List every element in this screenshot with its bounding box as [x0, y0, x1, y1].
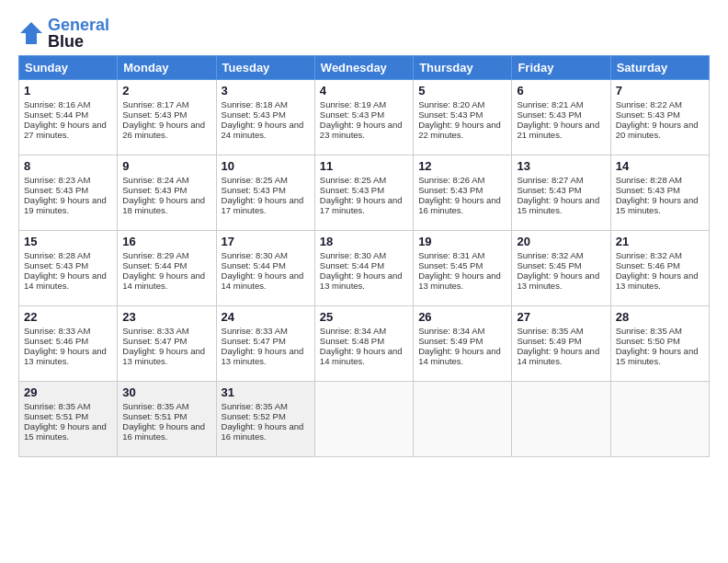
day-number: 19: [418, 235, 506, 248]
column-header-friday: Friday: [512, 56, 610, 80]
calendar-cell: 5Sunrise: 8:20 AMSunset: 5:43 PMDaylight…: [414, 80, 512, 155]
day-number: 12: [418, 159, 506, 173]
logo-icon: [18, 20, 44, 46]
calendar-cell: [512, 382, 610, 457]
day-number: 30: [122, 385, 210, 399]
day-number: 28: [616, 310, 704, 324]
page: GeneralBlue SundayMondayTuesdayWednesday…: [0, 0, 728, 466]
calendar-cell: 2Sunrise: 8:17 AMSunset: 5:43 PMDaylight…: [118, 80, 216, 155]
day-number: 21: [616, 235, 704, 248]
logo-text: GeneralBlue: [48, 17, 109, 50]
calendar-cell: 26Sunrise: 8:34 AMSunset: 5:49 PMDayligh…: [414, 306, 512, 382]
day-number: 9: [122, 159, 210, 173]
calendar-cell: 7Sunrise: 8:22 AMSunset: 5:43 PMDaylight…: [610, 80, 709, 155]
column-header-wednesday: Wednesday: [314, 56, 413, 80]
day-number: 3: [222, 84, 310, 98]
day-number: 2: [122, 84, 210, 98]
calendar-cell: 15Sunrise: 8:28 AMSunset: 5:43 PMDayligh…: [19, 231, 118, 306]
column-header-sunday: Sunday: [19, 56, 118, 80]
week-row-5: 29Sunrise: 8:35 AMSunset: 5:51 PMDayligh…: [19, 382, 710, 457]
day-number: 18: [320, 235, 408, 248]
day-number: 14: [616, 159, 704, 173]
calendar-cell: 10Sunrise: 8:25 AMSunset: 5:43 PMDayligh…: [216, 155, 314, 231]
day-number: 4: [320, 84, 408, 98]
calendar-cell: 1Sunrise: 8:16 AMSunset: 5:44 PMDaylight…: [19, 80, 118, 155]
day-number: 22: [24, 310, 112, 324]
calendar-cell: 28Sunrise: 8:35 AMSunset: 5:50 PMDayligh…: [610, 306, 709, 382]
column-header-saturday: Saturday: [610, 56, 709, 80]
week-row-2: 8Sunrise: 8:23 AMSunset: 5:43 PMDaylight…: [19, 155, 710, 231]
column-header-thursday: Thursday: [414, 56, 512, 80]
calendar-cell: 31Sunrise: 8:35 AMSunset: 5:52 PMDayligh…: [216, 382, 314, 457]
calendar-cell: 21Sunrise: 8:32 AMSunset: 5:46 PMDayligh…: [610, 231, 709, 306]
calendar-cell: [610, 382, 709, 457]
day-number: 17: [222, 235, 310, 248]
day-number: 26: [418, 310, 506, 324]
calendar-cell: 12Sunrise: 8:26 AMSunset: 5:43 PMDayligh…: [414, 155, 512, 231]
calendar-cell: 14Sunrise: 8:28 AMSunset: 5:43 PMDayligh…: [610, 155, 709, 231]
day-number: 25: [320, 310, 408, 324]
calendar-cell: 11Sunrise: 8:25 AMSunset: 5:43 PMDayligh…: [314, 155, 413, 231]
day-number: 31: [222, 385, 310, 399]
column-header-tuesday: Tuesday: [216, 56, 314, 80]
week-row-3: 15Sunrise: 8:28 AMSunset: 5:43 PMDayligh…: [19, 231, 710, 306]
column-header-monday: Monday: [118, 56, 216, 80]
calendar-cell: 3Sunrise: 8:18 AMSunset: 5:43 PMDaylight…: [216, 80, 314, 155]
day-number: 15: [24, 235, 112, 248]
calendar-cell: 13Sunrise: 8:27 AMSunset: 5:43 PMDayligh…: [512, 155, 610, 231]
day-number: 1: [24, 84, 112, 98]
calendar-cell: 20Sunrise: 8:32 AMSunset: 5:45 PMDayligh…: [512, 231, 610, 306]
calendar-cell: 9Sunrise: 8:24 AMSunset: 5:43 PMDaylight…: [118, 155, 216, 231]
calendar-cell: 29Sunrise: 8:35 AMSunset: 5:51 PMDayligh…: [19, 382, 118, 457]
calendar-cell: [314, 382, 413, 457]
day-number: 6: [517, 84, 605, 98]
calendar-cell: 24Sunrise: 8:33 AMSunset: 5:47 PMDayligh…: [216, 306, 314, 382]
day-number: 29: [24, 385, 112, 399]
calendar-cell: 19Sunrise: 8:31 AMSunset: 5:45 PMDayligh…: [414, 231, 512, 306]
calendar-cell: 23Sunrise: 8:33 AMSunset: 5:47 PMDayligh…: [118, 306, 216, 382]
calendar-table: SundayMondayTuesdayWednesdayThursdayFrid…: [18, 55, 710, 457]
calendar-cell: [414, 382, 512, 457]
day-number: 13: [517, 159, 605, 173]
day-number: 7: [616, 84, 704, 98]
calendar-cell: 18Sunrise: 8:30 AMSunset: 5:44 PMDayligh…: [314, 231, 413, 306]
calendar-cell: 6Sunrise: 8:21 AMSunset: 5:43 PMDaylight…: [512, 80, 610, 155]
svg-marker-0: [20, 22, 42, 44]
calendar-cell: 17Sunrise: 8:30 AMSunset: 5:44 PMDayligh…: [216, 231, 314, 306]
day-number: 24: [222, 310, 310, 324]
day-number: 11: [320, 159, 408, 173]
calendar-cell: 30Sunrise: 8:35 AMSunset: 5:51 PMDayligh…: [118, 382, 216, 457]
calendar-cell: 4Sunrise: 8:19 AMSunset: 5:43 PMDaylight…: [314, 80, 413, 155]
day-number: 23: [122, 310, 210, 324]
calendar-cell: 8Sunrise: 8:23 AMSunset: 5:43 PMDaylight…: [19, 155, 118, 231]
day-number: 8: [24, 159, 112, 173]
calendar-cell: 27Sunrise: 8:35 AMSunset: 5:49 PMDayligh…: [512, 306, 610, 382]
day-number: 20: [517, 235, 605, 248]
week-row-4: 22Sunrise: 8:33 AMSunset: 5:46 PMDayligh…: [19, 306, 710, 382]
day-number: 5: [418, 84, 506, 98]
header: GeneralBlue: [18, 17, 710, 50]
calendar-cell: 16Sunrise: 8:29 AMSunset: 5:44 PMDayligh…: [118, 231, 216, 306]
calendar-cell: 25Sunrise: 8:34 AMSunset: 5:48 PMDayligh…: [314, 306, 413, 382]
day-number: 16: [122, 235, 210, 248]
day-number: 27: [517, 310, 605, 324]
calendar-cell: 22Sunrise: 8:33 AMSunset: 5:46 PMDayligh…: [19, 306, 118, 382]
day-number: 10: [222, 159, 310, 173]
logo: GeneralBlue: [18, 17, 109, 50]
week-row-1: 1Sunrise: 8:16 AMSunset: 5:44 PMDaylight…: [19, 80, 710, 155]
